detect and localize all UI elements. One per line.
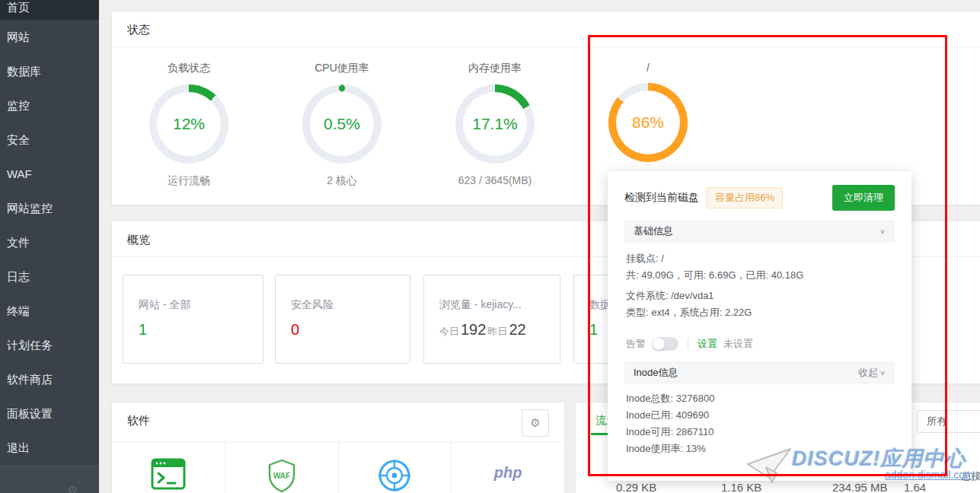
svg-text:WAF: WAF	[273, 472, 290, 480]
software-item-site-monitor[interactable]	[339, 440, 452, 493]
gauge-disk[interactable]: / 86%	[583, 62, 713, 185]
software-settings-button[interactable]: ⚙	[522, 409, 549, 437]
database-count: 1	[589, 321, 598, 339]
gear-icon: ⚙	[530, 416, 540, 430]
sidebar-item-security[interactable]: 安全	[0, 122, 99, 157]
today-value: 192	[461, 321, 486, 339]
disk-detail-popup: 检测到当前磁盘 容量占用86% 立即清理 基础信息 ∨ 挂载点: / 共: 49…	[608, 171, 911, 481]
security-risk-label: 安全风险	[291, 298, 334, 312]
waf-shield-icon: WAF	[266, 458, 298, 493]
sidebar-item-logout[interactable]: 退出	[0, 431, 99, 465]
php-icon: php	[494, 464, 522, 482]
sidebar-item-monitor[interactable]: 监控	[0, 88, 99, 122]
sidebar-item-terminal[interactable]: 终端	[0, 294, 99, 328]
sidebar-item-cron[interactable]: 计划任务	[0, 328, 99, 362]
sidebar-item-logs[interactable]: 日志	[0, 259, 99, 294]
type-line: 类型: ext4，系统占用: 2.22G	[626, 304, 895, 321]
capacity-line: 共: 49.09G，可用: 6.69G，已用: 40.18G	[626, 267, 895, 284]
gear-icon[interactable]: ⚙	[67, 483, 78, 493]
software-item-php[interactable]: php	[452, 440, 564, 493]
basic-info-section-bar[interactable]: 基础信息 ∨	[624, 220, 895, 243]
mount-point-line: 挂载点: /	[626, 250, 895, 267]
pageviews-label: 浏览量 - kejiacy...	[439, 298, 522, 312]
total-received-label: 总接收	[962, 469, 980, 483]
alarm-settings-status: 未设置	[723, 337, 753, 351]
memory-sub: 623 / 3645(MB)	[430, 174, 560, 186]
inode-total-line: Inode总数: 3276800	[626, 390, 895, 407]
traffic-stat-upstream: 0.29 KB	[616, 481, 656, 493]
sidebar-bottom-bar: ⚙	[0, 466, 99, 493]
sidebar-item-site-monitor[interactable]: 网站监控	[0, 191, 99, 225]
clean-now-button[interactable]: 立即清理	[832, 185, 895, 211]
inode-info-title: Inode信息	[634, 366, 678, 380]
overview-card-security-risk[interactable]: 安全风险 0	[275, 275, 410, 364]
capacity-badge: 容量占用86%	[707, 187, 783, 208]
sidebar: 首页 网站 数据库 监控 安全 WAF 网站监控 文件 日志 终端 计划任务 软…	[0, 0, 99, 493]
traffic-stat-total-received: 1.64	[904, 481, 926, 493]
divider	[112, 46, 980, 47]
status-title: 状态	[112, 11, 980, 46]
yesterday-value: 22	[509, 321, 525, 339]
software-title: 软件	[112, 402, 564, 437]
alarm-toggle[interactable]	[652, 337, 678, 351]
chevron-down-icon[interactable]: ∨	[879, 227, 886, 235]
nic-select[interactable]: 所有	[917, 410, 980, 433]
cpu-value: 0.5%	[302, 84, 381, 164]
inode-usage-line: Inode使用率: 13%	[626, 441, 895, 457]
websites-label: 网站 - 全部	[139, 298, 190, 312]
inode-lines: Inode总数: 3276800 Inode已用: 409690 Inode可用…	[624, 390, 895, 457]
security-risk-count: 0	[291, 321, 299, 339]
gauge-cpu: CPU使用率 0.5% 2 核心	[277, 62, 407, 188]
memory-value: 17.1%	[455, 84, 535, 164]
disk-value: 86%	[608, 83, 688, 162]
sidebar-item-database[interactable]: 数据库	[0, 54, 99, 88]
sidebar-item-waf[interactable]: WAF	[0, 157, 99, 191]
alarm-row: 告警 设置 未设置	[624, 337, 895, 351]
pageviews-values: 今日 192 昨日 22	[439, 321, 528, 339]
divider	[688, 339, 688, 349]
chevron-down-icon: ∨	[879, 369, 886, 377]
toggle-knob	[653, 338, 665, 350]
popup-header: 检测到当前磁盘 容量占用86% 立即清理	[624, 186, 895, 209]
overview-card-pageviews[interactable]: 浏览量 - kejiacy... 今日 192 昨日 22	[423, 275, 560, 364]
sidebar-item-panel-settings[interactable]: 面板设置	[0, 396, 99, 431]
collapse-control[interactable]: 收起 ∨	[858, 366, 886, 380]
site-monitor-icon	[377, 458, 412, 493]
inode-used-line: Inode已用: 409690	[626, 407, 895, 424]
gauge-memory: 内存使用率 17.1% 623 / 3645(MB)	[430, 62, 560, 186]
load-value: 12%	[149, 84, 228, 164]
traffic-stat-downstream: 1.16 KB	[721, 481, 761, 493]
gauge-load: 负载状态 12% 运行流畅	[124, 62, 254, 188]
gauge-cpu-label: CPU使用率	[277, 62, 407, 75]
software-item-terminal[interactable]	[112, 440, 225, 493]
yesterday-label: 昨日	[487, 325, 507, 339]
websites-count: 1	[139, 321, 147, 339]
software-grid: WAF php	[112, 440, 564, 493]
filesystem-line: 文件系统: /dev/vda1	[626, 288, 895, 304]
traffic-stat-total-sent: 234.95 MB	[832, 481, 888, 493]
gauge-memory-label: 内存使用率	[430, 62, 560, 75]
load-sub: 运行流畅	[124, 174, 254, 188]
alarm-label: 告警	[626, 337, 646, 351]
overview-card-websites[interactable]: 网站 - 全部 1	[123, 275, 263, 364]
today-label: 今日	[439, 325, 459, 339]
inode-info-section-bar[interactable]: Inode信息 收起 ∨	[624, 361, 895, 384]
basic-info-title: 基础信息	[634, 224, 673, 238]
sidebar-item-home[interactable]: 首页	[0, 0, 99, 20]
alarm-settings-link[interactable]: 设置	[697, 337, 717, 351]
cpu-sub: 2 核心	[277, 174, 407, 188]
terminal-icon	[151, 458, 186, 490]
software-card: 软件 ⚙ WAF	[111, 402, 565, 493]
sidebar-item-files[interactable]: 文件	[0, 225, 99, 259]
gauge-load-label: 负载状态	[124, 62, 254, 75]
basic-info-lines: 挂载点: / 共: 49.09G，可用: 6.69G，已用: 40.18G 文件…	[624, 250, 895, 321]
gauge-disk-label: /	[583, 62, 713, 74]
inode-free-line: Inode可用: 2867110	[626, 424, 895, 441]
sidebar-item-app-store[interactable]: 软件商店	[0, 362, 99, 396]
collapse-label: 收起	[858, 366, 878, 380]
software-item-waf[interactable]: WAF	[225, 440, 339, 493]
sidebar-item-website[interactable]: 网站	[0, 20, 99, 54]
popup-title: 检测到当前磁盘	[624, 191, 699, 205]
